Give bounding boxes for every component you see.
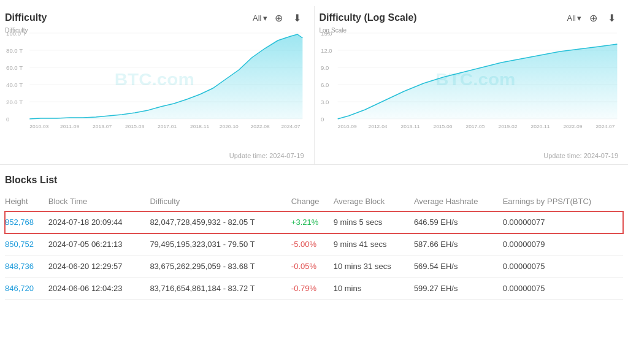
svg-text:2017-01: 2017-01 bbox=[158, 124, 177, 129]
cell-avg-block-1: 9 mins 41 secs bbox=[334, 233, 414, 256]
col-header-change: Change bbox=[291, 193, 334, 211]
svg-text:2010-09: 2010-09 bbox=[337, 124, 357, 129]
log-scale-chart-container: Difficulty (Log Scale) All ▾ ⊕ ⬇ Log Sca… bbox=[315, 6, 629, 164]
chevron-down-icon-right: ▾ bbox=[577, 13, 581, 23]
svg-text:2010-03: 2010-03 bbox=[29, 124, 49, 129]
chart-header-right: Difficulty (Log Scale) All ▾ ⊕ ⬇ bbox=[320, 11, 619, 25]
log-scale-chart-area: Log Scale 15.0 12.0 9.0 6.0 3.0 0 bbox=[320, 27, 619, 150]
height-link-2[interactable]: 848,736 bbox=[5, 262, 34, 271]
svg-text:20.0 T: 20.0 T bbox=[6, 99, 23, 105]
svg-text:2013-11: 2013-11 bbox=[400, 124, 420, 129]
cell-avg-block-2: 10 mins 31 secs bbox=[334, 256, 414, 278]
difficulty-chart-area: Difficulty 100.0 T 80.0 T 60.0 T 40.0 T … bbox=[5, 27, 304, 150]
svg-text:2015-03: 2015-03 bbox=[125, 124, 145, 129]
blocks-table-wrapper: Height Block Time Difficulty Change Aver… bbox=[5, 193, 623, 300]
cell-difficulty-0: 82,047,728,459,932 - 82.05 T bbox=[150, 211, 291, 233]
svg-text:0: 0 bbox=[321, 116, 324, 123]
svg-text:2022-08: 2022-08 bbox=[251, 124, 270, 129]
chart-title-right: Difficulty (Log Scale) bbox=[320, 12, 417, 23]
svg-text:2015-06: 2015-06 bbox=[433, 124, 453, 129]
zoom-in-icon-right[interactable]: ⊕ bbox=[586, 11, 600, 25]
cell-earnings-2: 0.00000075 bbox=[503, 256, 623, 278]
blocks-table-body: 852,768 2024-07-18 20:09:44 82,047,728,4… bbox=[5, 211, 623, 300]
cell-height-0[interactable]: 852,768 bbox=[5, 211, 48, 233]
cell-change-3: -0.79% bbox=[291, 278, 334, 300]
svg-text:80.0 T: 80.0 T bbox=[6, 48, 23, 54]
svg-text:9.0: 9.0 bbox=[321, 65, 329, 71]
table-row: 848,736 2024-06-20 12:29:57 83,675,262,2… bbox=[5, 256, 623, 278]
svg-text:12.0: 12.0 bbox=[321, 48, 332, 54]
cell-difficulty-2: 83,675,262,295,059 - 83.68 T bbox=[150, 256, 291, 278]
cell-block-time-3: 2024-06-06 12:04:23 bbox=[48, 278, 150, 300]
svg-text:3.0: 3.0 bbox=[321, 99, 329, 105]
cell-height-3[interactable]: 846,720 bbox=[5, 278, 48, 300]
cell-earnings-0: 0.00000077 bbox=[503, 211, 623, 233]
height-link-0[interactable]: 852,768 bbox=[5, 218, 34, 227]
cell-block-time-0: 2024-07-18 20:09:44 bbox=[48, 211, 150, 233]
svg-text:2019-02: 2019-02 bbox=[498, 124, 518, 129]
cell-avg-hashrate-2: 569.54 EH/s bbox=[414, 256, 503, 278]
cell-height-2[interactable]: 848,736 bbox=[5, 256, 48, 278]
chart-period-left[interactable]: All ▾ bbox=[253, 13, 267, 23]
chart-y-label-right: Log Scale bbox=[320, 27, 347, 34]
height-link-3[interactable]: 846,720 bbox=[5, 284, 34, 293]
cell-earnings-1: 0.00000079 bbox=[503, 233, 623, 256]
cell-earnings-3: 0.00000075 bbox=[503, 278, 623, 300]
col-header-difficulty: Difficulty bbox=[150, 193, 291, 211]
col-header-block-time: Block Time bbox=[48, 193, 150, 211]
chart-controls-right: All ▾ ⊕ ⬇ bbox=[567, 11, 618, 25]
cell-change-0: +3.21% bbox=[291, 211, 334, 233]
svg-text:2017-05: 2017-05 bbox=[465, 124, 485, 129]
chart-update-time-right: Update time: 2024-07-19 bbox=[320, 152, 619, 159]
cell-block-time-1: 2024-07-05 06:21:13 bbox=[48, 233, 150, 256]
cell-avg-hashrate-3: 599.27 EH/s bbox=[414, 278, 503, 300]
cell-difficulty-1: 79,495,195,323,031 - 79.50 T bbox=[150, 233, 291, 256]
cell-avg-block-3: 10 mins bbox=[334, 278, 414, 300]
svg-text:2012-04: 2012-04 bbox=[368, 124, 388, 129]
log-scale-chart-svg: 15.0 12.0 9.0 6.0 3.0 0 bbox=[320, 27, 619, 137]
chart-controls-left: All ▾ ⊕ ⬇ bbox=[253, 11, 304, 25]
table-row: 852,768 2024-07-18 20:09:44 82,047,728,4… bbox=[5, 211, 623, 233]
svg-text:2011-09: 2011-09 bbox=[60, 124, 80, 129]
svg-text:40.0 T: 40.0 T bbox=[6, 82, 23, 88]
table-header: Height Block Time Difficulty Change Aver… bbox=[5, 193, 623, 211]
cell-avg-hashrate-0: 646.59 EH/s bbox=[414, 211, 503, 233]
col-header-earnings: Earnings by PPS/T(BTC) bbox=[503, 193, 623, 211]
chart-header-left: Difficulty All ▾ ⊕ ⬇ bbox=[5, 11, 304, 25]
col-header-avg-block: Average Block bbox=[334, 193, 414, 211]
svg-text:6.0: 6.0 bbox=[321, 82, 329, 88]
svg-text:2024-07: 2024-07 bbox=[281, 124, 301, 129]
zoom-in-icon-left[interactable]: ⊕ bbox=[272, 11, 286, 25]
cell-difficulty-3: 83,716,654,861,184 - 83.72 T bbox=[150, 278, 291, 300]
svg-text:2020-10: 2020-10 bbox=[220, 124, 239, 129]
chart-y-label-left: Difficulty bbox=[5, 27, 28, 34]
height-link-1[interactable]: 850,752 bbox=[5, 240, 34, 249]
svg-text:2022-09: 2022-09 bbox=[563, 124, 583, 129]
chart-update-time-left: Update time: 2024-07-19 bbox=[5, 152, 304, 159]
svg-text:60.0 T: 60.0 T bbox=[6, 65, 23, 71]
blocks-section: Blocks List Height Block Time Difficulty… bbox=[0, 165, 628, 305]
svg-text:BTC.com: BTC.com bbox=[435, 70, 515, 89]
download-icon-left[interactable]: ⬇ bbox=[291, 11, 304, 25]
chevron-down-icon: ▾ bbox=[263, 13, 267, 23]
blocks-table: Height Block Time Difficulty Change Aver… bbox=[5, 193, 623, 300]
svg-text:BTC.com: BTC.com bbox=[115, 70, 194, 89]
svg-text:2024-07: 2024-07 bbox=[595, 124, 615, 129]
svg-text:0: 0 bbox=[6, 116, 9, 123]
cell-avg-hashrate-1: 587.66 EH/s bbox=[414, 233, 503, 256]
svg-text:2018-11: 2018-11 bbox=[190, 124, 210, 129]
download-icon-right[interactable]: ⬇ bbox=[605, 11, 618, 25]
chart-title-left: Difficulty bbox=[5, 12, 47, 23]
chart-period-right[interactable]: All ▾ bbox=[567, 13, 581, 23]
cell-change-1: -5.00% bbox=[291, 233, 334, 256]
table-row: 850,752 2024-07-05 06:21:13 79,495,195,3… bbox=[5, 233, 623, 256]
cell-avg-block-0: 9 mins 5 secs bbox=[334, 211, 414, 233]
cell-block-time-2: 2024-06-20 12:29:57 bbox=[48, 256, 150, 278]
table-row: 846,720 2024-06-06 12:04:23 83,716,654,8… bbox=[5, 278, 623, 300]
blocks-list-title: Blocks List bbox=[5, 175, 623, 186]
difficulty-chart-container: Difficulty All ▾ ⊕ ⬇ Difficulty 100.0 T … bbox=[0, 6, 315, 164]
svg-text:2020-11: 2020-11 bbox=[530, 124, 550, 129]
col-header-height: Height bbox=[5, 193, 48, 211]
cell-height-1[interactable]: 850,752 bbox=[5, 233, 48, 256]
cell-change-2: -0.05% bbox=[291, 256, 334, 278]
